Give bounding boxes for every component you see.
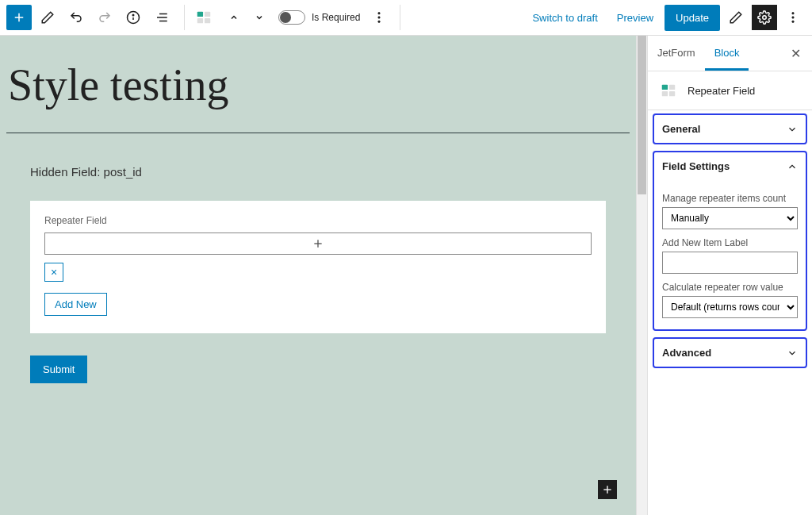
move-down-button[interactable] [247, 11, 272, 24]
settings-button[interactable] [752, 5, 777, 30]
editor-scrollbar[interactable] [636, 36, 647, 515]
repeater-add-new-button[interactable]: Add New [44, 293, 107, 316]
close-sidebar-button[interactable]: ✕ [779, 46, 812, 61]
svg-rect-11 [205, 18, 210, 23]
svg-point-15 [763, 16, 767, 20]
repeater-empty-slot[interactable] [44, 233, 592, 255]
repeater-block[interactable]: Repeater Field × Add New [30, 201, 606, 333]
repeater-block-icon [193, 6, 215, 29]
plus-icon [312, 237, 324, 250]
svg-rect-10 [205, 12, 210, 17]
svg-point-16 [792, 13, 794, 14]
settings-sidebar: JetForm Block ✕ Repeater Field General F… [647, 36, 812, 515]
preview-button[interactable]: Preview [609, 6, 661, 30]
chevron-up-icon [787, 161, 798, 172]
edit-button[interactable] [35, 5, 60, 30]
chevron-down-icon [787, 348, 798, 359]
page-title[interactable]: Style testing [6, 60, 630, 110]
block-type-header: Repeater Field [648, 71, 812, 110]
block-toolbar: Is Required [184, 5, 400, 30]
svg-point-14 [378, 21, 380, 22]
hidden-field-label[interactable]: Hidden Field: post_id [30, 165, 606, 179]
required-toggle[interactable] [278, 10, 305, 25]
block-type-name: Repeater Field [688, 85, 755, 97]
panel-general: General [653, 113, 807, 144]
tab-jetform[interactable]: JetForm [648, 36, 705, 71]
submit-button[interactable]: Submit [30, 356, 87, 383]
block-more-button[interactable] [366, 5, 392, 30]
svg-point-13 [378, 17, 380, 18]
required-toggle-label: Is Required [312, 12, 360, 23]
undo-button[interactable] [63, 5, 89, 30]
svg-rect-25 [669, 85, 675, 90]
svg-point-17 [792, 17, 794, 18]
svg-rect-24 [662, 91, 668, 96]
style-button[interactable] [723, 5, 749, 30]
calc-row-select[interactable]: Default (returns rows count) [662, 296, 798, 318]
workspace: Style testing Hidden Field: post_id Repe… [0, 36, 812, 515]
switch-to-draft-button[interactable]: Switch to draft [524, 6, 605, 30]
panel-field-settings: Field Settings Manage repeater items cou… [653, 151, 807, 331]
calc-row-label: Calculate repeater row value [662, 282, 798, 293]
append-block-button[interactable] [598, 480, 617, 499]
panel-advanced: Advanced [653, 337, 807, 368]
info-button[interactable] [121, 5, 146, 30]
repeater-block-icon [657, 79, 680, 102]
scrollbar-thumb[interactable] [638, 36, 646, 194]
svg-rect-8 [197, 12, 203, 17]
redo-button[interactable] [92, 5, 117, 30]
move-up-button[interactable] [221, 11, 247, 24]
outline-button[interactable] [149, 5, 174, 30]
add-item-label: Add New Item Label [662, 237, 798, 248]
add-item-input[interactable] [662, 252, 798, 274]
svg-point-18 [792, 21, 794, 22]
update-button[interactable]: Update [665, 5, 720, 31]
top-toolbar: Is Required Switch to draft Preview Upda… [0, 0, 812, 36]
separator [6, 133, 630, 133]
panel-general-toggle[interactable]: General [654, 115, 806, 143]
svg-rect-23 [662, 85, 668, 90]
chevron-down-icon [787, 124, 798, 135]
panel-general-title: General [662, 123, 700, 135]
panel-advanced-title: Advanced [662, 347, 711, 359]
repeater-remove-button[interactable]: × [44, 263, 63, 282]
svg-point-12 [378, 13, 380, 14]
panel-field-settings-title: Field Settings [662, 160, 730, 172]
svg-rect-9 [197, 18, 203, 23]
editor-canvas[interactable]: Style testing Hidden Field: post_id Repe… [0, 36, 636, 515]
add-block-button[interactable] [6, 5, 32, 30]
panel-field-settings-toggle[interactable]: Field Settings [654, 152, 806, 180]
svg-rect-26 [669, 91, 675, 96]
tab-block[interactable]: Block [705, 36, 749, 71]
manage-count-select[interactable]: Manually [662, 207, 798, 229]
repeater-label: Repeater Field [44, 215, 592, 226]
more-menu-button[interactable] [780, 5, 806, 30]
manage-count-label: Manage repeater items count [662, 193, 798, 204]
svg-point-4 [132, 14, 134, 16]
panel-advanced-toggle[interactable]: Advanced [654, 339, 806, 367]
